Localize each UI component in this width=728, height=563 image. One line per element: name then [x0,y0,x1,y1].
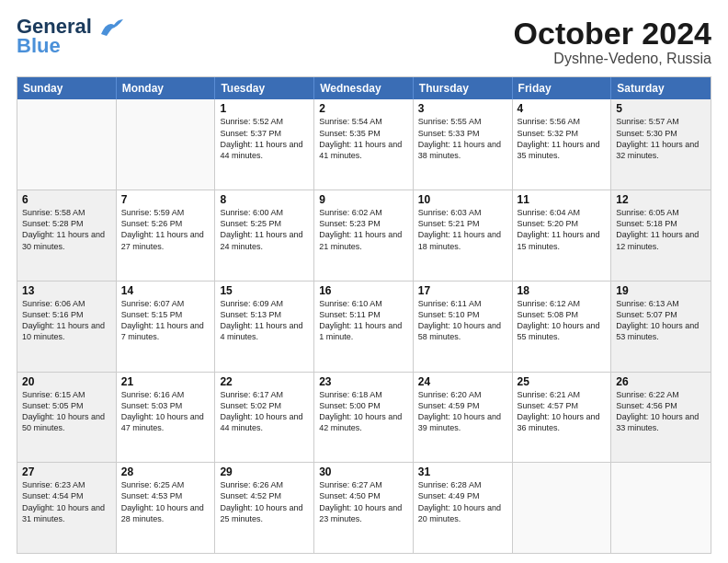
day-number: 22 [220,375,309,388]
calendar-subtitle: Dyshne-Vedeno, Russia [514,51,711,67]
day-number: 7 [121,193,210,206]
page: General Blue October 2024 Dyshne-Vedeno,… [0,0,728,563]
day-number: 5 [616,102,706,115]
calendar-cell: 17Sunrise: 6:11 AM Sunset: 5:10 PM Dayli… [414,282,513,372]
day-number: 30 [319,465,408,478]
calendar: Sunday Monday Tuesday Wednesday Thursday… [17,76,711,554]
calendar-cell: 26Sunrise: 6:22 AM Sunset: 4:56 PM Dayli… [611,373,711,463]
calendar-cell: 21Sunrise: 6:16 AM Sunset: 5:03 PM Dayli… [117,373,216,463]
day-number: 16 [319,284,408,297]
calendar-cell: 31Sunrise: 6:28 AM Sunset: 4:49 PM Dayli… [414,463,513,553]
calendar-cell: 30Sunrise: 6:27 AM Sunset: 4:50 PM Dayli… [314,463,414,553]
calendar-cell: 8Sunrise: 6:00 AM Sunset: 5:25 PM Daylig… [215,190,314,281]
calendar-cell: 28Sunrise: 6:25 AM Sunset: 4:53 PM Dayli… [117,463,216,553]
calendar-cell: 2Sunrise: 5:54 AM Sunset: 5:35 PM Daylig… [314,99,414,190]
day-info: Sunrise: 6:27 AM Sunset: 4:50 PM Dayligh… [319,479,408,524]
header-wednesday: Wednesday [314,77,414,99]
logo-bird-icon [97,17,123,38]
day-info: Sunrise: 5:55 AM Sunset: 5:33 PM Dayligh… [418,116,507,161]
logo-blue: Blue [17,36,61,56]
day-info: Sunrise: 5:56 AM Sunset: 5:32 PM Dayligh… [518,116,607,161]
day-number: 26 [616,375,706,388]
day-number: 31 [418,465,507,478]
calendar-week-2: 6Sunrise: 5:58 AM Sunset: 5:28 PM Daylig… [17,190,711,281]
day-info: Sunrise: 6:13 AM Sunset: 5:07 PM Dayligh… [616,298,706,343]
day-number: 1 [220,102,309,115]
day-info: Sunrise: 6:21 AM Sunset: 4:57 PM Dayligh… [518,389,607,434]
day-info: Sunrise: 6:07 AM Sunset: 5:15 PM Dayligh… [121,298,210,343]
day-number: 13 [22,284,111,297]
calendar-cell: 12Sunrise: 6:05 AM Sunset: 5:18 PM Dayli… [611,190,711,281]
calendar-cell [17,99,117,190]
day-number: 18 [518,284,607,297]
header-thursday: Thursday [414,77,513,99]
calendar-week-1: 1Sunrise: 5:52 AM Sunset: 5:37 PM Daylig… [17,99,711,190]
day-number: 14 [121,284,210,297]
calendar-cell: 13Sunrise: 6:06 AM Sunset: 5:16 PM Dayli… [17,282,117,372]
header: General Blue October 2024 Dyshne-Vedeno,… [17,17,711,67]
header-saturday: Saturday [611,77,711,99]
day-info: Sunrise: 5:52 AM Sunset: 5:37 PM Dayligh… [220,116,309,161]
calendar-cell: 16Sunrise: 6:10 AM Sunset: 5:11 PM Dayli… [314,282,414,372]
day-info: Sunrise: 5:57 AM Sunset: 5:30 PM Dayligh… [616,116,706,161]
calendar-cell: 25Sunrise: 6:21 AM Sunset: 4:57 PM Dayli… [513,373,612,463]
calendar-cell: 20Sunrise: 6:15 AM Sunset: 5:05 PM Dayli… [17,373,117,463]
day-info: Sunrise: 6:02 AM Sunset: 5:23 PM Dayligh… [319,207,408,252]
day-info: Sunrise: 6:20 AM Sunset: 4:59 PM Dayligh… [418,389,507,434]
day-number: 27 [22,465,111,478]
calendar-cell: 10Sunrise: 6:03 AM Sunset: 5:21 PM Dayli… [414,190,513,281]
day-number: 24 [418,375,507,388]
calendar-cell [513,463,612,553]
calendar-cell: 1Sunrise: 5:52 AM Sunset: 5:37 PM Daylig… [215,99,314,190]
calendar-cell: 18Sunrise: 6:12 AM Sunset: 5:08 PM Dayli… [513,282,612,372]
day-info: Sunrise: 5:59 AM Sunset: 5:26 PM Dayligh… [121,207,210,252]
day-number: 21 [121,375,210,388]
day-info: Sunrise: 6:11 AM Sunset: 5:10 PM Dayligh… [418,298,507,343]
day-info: Sunrise: 5:58 AM Sunset: 5:28 PM Dayligh… [22,207,111,252]
calendar-cell: 27Sunrise: 6:23 AM Sunset: 4:54 PM Dayli… [17,463,117,553]
day-info: Sunrise: 5:54 AM Sunset: 5:35 PM Dayligh… [319,116,408,161]
day-info: Sunrise: 6:06 AM Sunset: 5:16 PM Dayligh… [22,298,111,343]
calendar-cell [611,463,711,553]
day-number: 29 [220,465,309,478]
calendar-cell: 7Sunrise: 5:59 AM Sunset: 5:26 PM Daylig… [117,190,216,281]
day-info: Sunrise: 6:03 AM Sunset: 5:21 PM Dayligh… [418,207,507,252]
day-info: Sunrise: 6:15 AM Sunset: 5:05 PM Dayligh… [22,389,111,434]
calendar-cell: 9Sunrise: 6:02 AM Sunset: 5:23 PM Daylig… [314,190,414,281]
day-info: Sunrise: 6:05 AM Sunset: 5:18 PM Dayligh… [616,207,706,252]
calendar-header: Sunday Monday Tuesday Wednesday Thursday… [17,77,711,99]
calendar-week-3: 13Sunrise: 6:06 AM Sunset: 5:16 PM Dayli… [17,281,711,372]
day-number: 10 [418,193,507,206]
day-info: Sunrise: 6:23 AM Sunset: 4:54 PM Dayligh… [22,479,111,524]
calendar-cell: 22Sunrise: 6:17 AM Sunset: 5:02 PM Dayli… [215,373,314,463]
calendar-cell: 4Sunrise: 5:56 AM Sunset: 5:32 PM Daylig… [513,99,612,190]
day-number: 15 [220,284,309,297]
calendar-cell [117,99,216,190]
title-block: October 2024 Dyshne-Vedeno, Russia [514,17,711,67]
calendar-cell: 23Sunrise: 6:18 AM Sunset: 5:00 PM Dayli… [314,373,414,463]
day-info: Sunrise: 6:00 AM Sunset: 5:25 PM Dayligh… [220,207,309,252]
day-number: 17 [418,284,507,297]
header-tuesday: Tuesday [215,77,314,99]
calendar-cell: 6Sunrise: 5:58 AM Sunset: 5:28 PM Daylig… [17,190,117,281]
day-number: 6 [22,193,111,206]
day-number: 8 [220,193,309,206]
day-info: Sunrise: 6:12 AM Sunset: 5:08 PM Dayligh… [518,298,607,343]
day-number: 11 [518,193,607,206]
day-number: 9 [319,193,408,206]
calendar-cell: 29Sunrise: 6:26 AM Sunset: 4:52 PM Dayli… [215,463,314,553]
calendar-cell: 11Sunrise: 6:04 AM Sunset: 5:20 PM Dayli… [513,190,612,281]
calendar-week-5: 27Sunrise: 6:23 AM Sunset: 4:54 PM Dayli… [17,462,711,553]
day-info: Sunrise: 6:10 AM Sunset: 5:11 PM Dayligh… [319,298,408,343]
calendar-cell: 3Sunrise: 5:55 AM Sunset: 5:33 PM Daylig… [414,99,513,190]
day-number: 3 [418,102,507,115]
day-number: 2 [319,102,408,115]
calendar-cell: 5Sunrise: 5:57 AM Sunset: 5:30 PM Daylig… [611,99,711,190]
day-number: 12 [616,193,706,206]
calendar-title: October 2024 [514,17,711,51]
calendar-cell: 15Sunrise: 6:09 AM Sunset: 5:13 PM Dayli… [215,282,314,372]
calendar-cell: 24Sunrise: 6:20 AM Sunset: 4:59 PM Dayli… [414,373,513,463]
day-number: 20 [22,375,111,388]
logo: General Blue [17,17,123,56]
calendar-cell: 19Sunrise: 6:13 AM Sunset: 5:07 PM Dayli… [611,282,711,372]
